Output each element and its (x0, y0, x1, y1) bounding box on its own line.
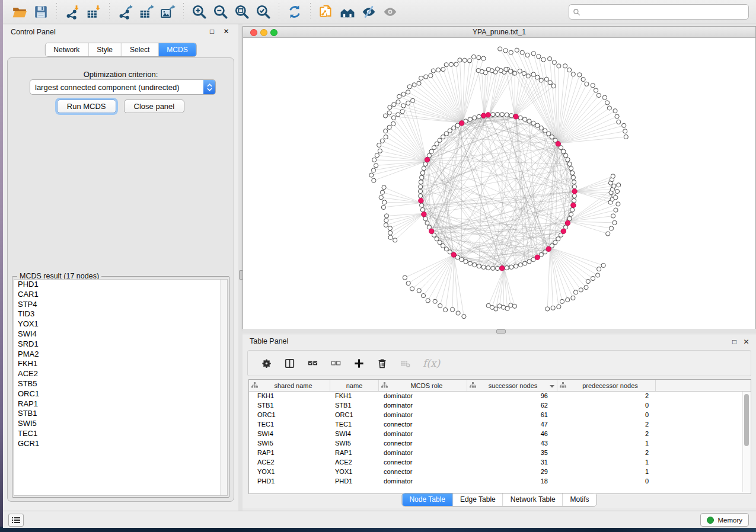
column-header-MCDS-role[interactable]: MCDS role (379, 380, 467, 391)
table-row[interactable]: YOX1YOX1connector291 (249, 467, 751, 477)
zoom-out-icon (213, 4, 228, 20)
table-scrollbar[interactable] (742, 392, 750, 492)
columns-button[interactable] (284, 358, 295, 369)
table-row[interactable]: ORC1ORC1dominator610 (249, 411, 751, 420)
splitter-grip[interactable] (496, 329, 506, 334)
mcds-result-item[interactable]: YOX1 (14, 319, 227, 329)
criterion-value: largest connected component (undirected) (30, 83, 203, 92)
tab-edge-table[interactable]: Edge Table (453, 493, 503, 506)
mcds-result-item[interactable]: SWI5 (14, 419, 227, 429)
vertical-splitter[interactable] (238, 24, 243, 511)
mcds-result-item[interactable]: STB1 (14, 409, 227, 419)
add-column-button[interactable] (353, 358, 365, 369)
export-image-button[interactable] (157, 2, 178, 21)
zoom-fit-button[interactable] (231, 2, 253, 21)
open-session-icon (12, 4, 27, 20)
column-header-successor-nodes[interactable]: successor nodes (467, 380, 557, 391)
mcds-result-item[interactable]: FKH1 (14, 359, 227, 369)
mcds-result-item[interactable]: TID3 (14, 309, 227, 319)
toolbar-separator (279, 3, 279, 21)
mcds-result-item[interactable]: GCR1 (14, 439, 227, 449)
mcds-result-item[interactable]: CAR1 (14, 290, 227, 300)
table-row[interactable]: PHD1PHD1dominator180 (249, 477, 751, 486)
network-titlebar[interactable]: YPA_prune.txt_1 (243, 27, 755, 38)
table-row[interactable]: STB1STB1dominator620 (249, 401, 751, 411)
table-row[interactable]: RAP1RAP1dominator352 (249, 448, 751, 458)
zoom-selected-button[interactable] (253, 2, 274, 21)
first-neighbors-icon (340, 4, 355, 20)
result-scrollbar[interactable] (220, 280, 227, 495)
scrollbar-thumb[interactable] (744, 394, 749, 446)
select-all-button[interactable] (307, 358, 318, 369)
toolbar-separator (183, 3, 184, 21)
save-session-button[interactable] (30, 2, 52, 21)
import-network-button[interactable] (62, 2, 83, 21)
tab-network-table[interactable]: Network Table (503, 493, 563, 506)
delete-button[interactable] (377, 358, 388, 369)
criterion-dropdown[interactable]: largest connected component (undirected) (30, 79, 216, 95)
import-table-icon (86, 4, 101, 20)
float-panel-icon[interactable]: □ (731, 338, 738, 346)
column-header-shared-name[interactable]: shared name (249, 380, 330, 391)
table-body: FKH1FKH1dominator962STB1STB1dominator620… (249, 392, 751, 486)
add-column-icon (353, 358, 365, 369)
search-input[interactable] (583, 7, 745, 17)
zoom-out-button[interactable] (210, 2, 231, 21)
tab-motifs[interactable]: Motifs (563, 493, 596, 506)
deselect-all-button[interactable] (330, 358, 342, 369)
table-row[interactable]: TEC1TEC1connector472 (249, 420, 751, 430)
mcds-result-list[interactable]: PHD1CAR1STP4TID3YOX1SWI4SRD1PMA2FKH1ACE2… (14, 279, 228, 496)
export-network-button[interactable] (114, 2, 136, 21)
tab-select[interactable]: Select (122, 43, 158, 56)
refresh-view-button[interactable] (284, 2, 305, 21)
tab-network[interactable]: Network (45, 43, 88, 56)
open-session-button[interactable] (9, 2, 30, 21)
show-hidden-button[interactable] (379, 2, 401, 21)
gear-button[interactable] (261, 358, 272, 369)
table-toolbar: f(x) (247, 350, 751, 376)
float-panel-icon[interactable]: □ (208, 28, 216, 36)
hide-selected-button[interactable] (358, 2, 379, 21)
task-history-button[interactable] (8, 514, 24, 527)
network-canvas[interactable] (243, 38, 755, 329)
memory-button[interactable]: Memory (700, 513, 749, 527)
mcds-result-item[interactable]: ACE2 (14, 369, 227, 379)
column-header-predecessor-nodes[interactable]: predecessor nodes (557, 380, 656, 391)
mcds-result-item[interactable]: PMA2 (14, 350, 227, 360)
mcds-result-item[interactable]: STB5 (14, 379, 227, 389)
mcds-result-item[interactable]: SWI4 (14, 329, 227, 339)
export-table-button[interactable] (136, 2, 157, 21)
mcds-result-item[interactable]: TEC1 (14, 429, 227, 439)
first-neighbors-button[interactable] (337, 2, 358, 21)
close-panel-button[interactable]: Close panel (124, 100, 185, 113)
cell-name: RAP1 (330, 448, 379, 458)
toolbar-separator (109, 3, 110, 21)
tab-mcds[interactable]: MCDS (158, 43, 196, 56)
table-row[interactable]: ACE2ACE2connector311 (249, 458, 751, 467)
cell-shared-name: STB1 (249, 401, 330, 411)
tab-style[interactable]: Style (88, 43, 122, 56)
table-row[interactable]: SWI4SWI4dominator462 (249, 430, 751, 439)
horizontal-splitter[interactable] (243, 329, 756, 334)
cell-successor-nodes: 62 (467, 401, 557, 411)
tab-node-table[interactable]: Node Table (402, 493, 453, 506)
zoom-in-button[interactable] (189, 2, 210, 21)
close-panel-icon[interactable]: ✕ (222, 28, 230, 36)
mcds-result-item[interactable]: PHD1 (14, 280, 227, 290)
mcds-result-item[interactable]: SRD1 (14, 339, 227, 350)
import-table-button[interactable] (83, 2, 104, 21)
run-mcds-button[interactable]: Run MCDS (57, 100, 116, 113)
dropdown-stepper-icon (203, 80, 215, 94)
cell-successor-nodes: 29 (467, 467, 557, 477)
search-box[interactable] (569, 4, 749, 20)
cell-shared-name: YOX1 (249, 467, 330, 477)
mcds-result-item[interactable]: ORC1 (14, 389, 227, 399)
memory-status-icon (707, 517, 714, 524)
table-row[interactable]: FKH1FKH1dominator962 (249, 392, 751, 401)
mcds-result-item[interactable]: RAP1 (14, 399, 227, 409)
column-header-name[interactable]: name (330, 380, 379, 391)
clone-network-button[interactable] (315, 2, 337, 21)
table-row[interactable]: SWI5SWI5connector431 (249, 439, 751, 448)
close-panel-icon[interactable]: ✕ (742, 338, 750, 346)
mcds-result-item[interactable]: STP4 (14, 300, 227, 310)
